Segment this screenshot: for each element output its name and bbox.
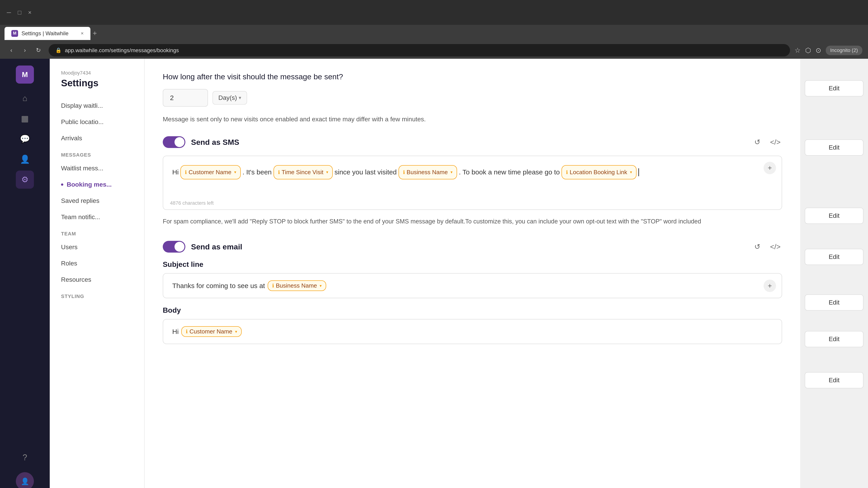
nav-label-users: Users bbox=[61, 243, 78, 251]
nav-controls: ‹ › ↻ bbox=[6, 45, 44, 56]
sms-actions: ↺ </> bbox=[750, 135, 782, 149]
org-avatar[interactable]: M bbox=[16, 66, 34, 84]
refresh-btn[interactable]: ↻ bbox=[33, 45, 44, 56]
chip-dropdown-icon: ▾ bbox=[234, 168, 236, 176]
main-content: How long after the visit should the mess… bbox=[145, 59, 800, 488]
var-chip-label-2: Time Since Visit bbox=[282, 167, 323, 177]
sms-code-btn[interactable]: </> bbox=[769, 135, 782, 149]
sms-reset-btn[interactable]: ↺ bbox=[750, 135, 764, 149]
sms-var-time-since[interactable]: ℹ Time Since Visit ▾ bbox=[274, 165, 333, 180]
subject-editor[interactable]: Thanks for coming to see us at ℹ Busines… bbox=[163, 273, 782, 298]
edit-btn-2[interactable]: Edit bbox=[805, 139, 864, 156]
sms-char-count: 4876 characters left bbox=[170, 200, 214, 206]
browser-tab[interactable]: M Settings | Waitwhile × bbox=[4, 27, 90, 40]
subject-add-var-btn[interactable]: + bbox=[764, 280, 776, 292]
close-window-btn[interactable]: × bbox=[28, 9, 31, 16]
settings-title: Settings bbox=[61, 78, 133, 89]
icon-sidebar: M ⌂ ▦ 💬 👤 ⚙ ? 👤 bbox=[0, 59, 50, 488]
chip-dropdown-icon-4: ▾ bbox=[630, 168, 632, 176]
maximize-btn[interactable]: □ bbox=[18, 9, 21, 16]
var-info-icon-6: ℹ bbox=[186, 329, 188, 335]
body-prefix: Hi bbox=[172, 328, 179, 335]
incognito-badge: Incognito (2) bbox=[826, 46, 862, 55]
nav-item-arrivals[interactable]: Arrivals bbox=[50, 130, 144, 147]
subject-prefix: Thanks for coming to see us at bbox=[172, 282, 265, 290]
nav-item-resources[interactable]: Resources bbox=[50, 271, 144, 288]
sms-var-booking-link[interactable]: ℹ Location Booking Link ▾ bbox=[561, 165, 636, 180]
org-name: Moodjoy7434 bbox=[61, 70, 133, 76]
var-info-icon-3: ℹ bbox=[403, 168, 405, 177]
sms-text-tobook: . To book a new time please go to bbox=[459, 166, 560, 178]
forward-btn[interactable]: › bbox=[19, 45, 31, 56]
nav-header: Moodjoy7434 Settings bbox=[50, 70, 144, 98]
edit-btn-3[interactable]: Edit bbox=[805, 207, 864, 224]
nav-item-users[interactable]: Users bbox=[50, 239, 144, 255]
var-chip-label-4: Location Booking Link bbox=[569, 167, 627, 177]
home-icon-btn[interactable]: ⌂ bbox=[16, 89, 34, 107]
nav-item-saved-replies[interactable]: Saved replies bbox=[50, 193, 144, 209]
email-section: Send as email ↺ </> Subject line Thanks … bbox=[163, 240, 782, 344]
spam-notice: For spam compliance, we'll add "Reply ST… bbox=[163, 217, 782, 226]
body-var-customer[interactable]: ℹ Customer Name ▾ bbox=[181, 326, 241, 337]
var-info-icon: ℹ bbox=[185, 168, 187, 177]
email-label: Send as email bbox=[191, 242, 242, 251]
calendar-icon-btn[interactable]: ▦ bbox=[16, 109, 34, 128]
subject-label: Subject line bbox=[163, 260, 782, 269]
edit-btn-1[interactable]: Edit bbox=[805, 80, 864, 96]
chip-dropdown-icon-2: ▾ bbox=[326, 168, 328, 176]
nav-item-booking-mess[interactable]: Booking mes... bbox=[50, 176, 144, 193]
back-btn[interactable]: ‹ bbox=[6, 45, 17, 56]
var-info-icon-5: ℹ bbox=[272, 283, 274, 289]
sms-add-var-btn[interactable]: + bbox=[764, 162, 776, 174]
team-icon-btn[interactable]: 👤 bbox=[16, 150, 34, 168]
sms-toggle[interactable] bbox=[163, 136, 185, 148]
sms-var-customer-name[interactable]: ℹ Customer Name ▾ bbox=[180, 165, 241, 180]
address-bar[interactable]: 🔒 app.waitwhile.com/settings/messages/bo… bbox=[49, 44, 790, 57]
edit-btn-5[interactable]: Edit bbox=[805, 294, 864, 311]
sms-header: Send as SMS ↺ </> bbox=[163, 135, 782, 149]
nav-item-team-notif[interactable]: Team notific... bbox=[50, 209, 144, 225]
edit-btn-6[interactable]: Edit bbox=[805, 331, 864, 347]
sms-label: Send as SMS bbox=[191, 138, 239, 147]
var-info-icon-4: ℹ bbox=[566, 168, 568, 177]
tab-bar: M Settings | Waitwhile × + bbox=[0, 25, 868, 42]
var-chip-label: Customer Name bbox=[188, 167, 231, 177]
nav-item-display-waitli[interactable]: Display waitli... bbox=[50, 98, 144, 114]
chevron-down-icon: ▾ bbox=[239, 95, 241, 101]
nav-sidebar: Moodjoy7434 Settings Display waitli... P… bbox=[50, 59, 145, 488]
nav-item-public-locatio[interactable]: Public locatio... bbox=[50, 114, 144, 130]
close-tab-btn[interactable]: × bbox=[81, 31, 84, 36]
nav-label-arrivals: Arrivals bbox=[61, 135, 82, 142]
email-reset-btn[interactable]: ↺ bbox=[750, 240, 764, 254]
nav-item-roles[interactable]: Roles bbox=[50, 255, 144, 271]
app-layout: M ⌂ ▦ 💬 👤 ⚙ ? 👤 Moodjoy7434 Settings Dis… bbox=[0, 59, 868, 488]
lock-icon: 🔒 bbox=[55, 47, 61, 53]
edit-btn-7[interactable]: Edit bbox=[805, 372, 864, 388]
time-inputs: 2 Day(s) ▾ bbox=[163, 89, 782, 107]
edit-btn-4[interactable]: Edit bbox=[805, 249, 864, 265]
bookmark-btn[interactable]: ☆ bbox=[795, 46, 801, 54]
settings-icon-btn[interactable]: ⚙ bbox=[16, 170, 34, 189]
sms-editor[interactable]: + Hi ℹ Customer Name ▾ . It's been ℹ Tim… bbox=[163, 156, 782, 210]
minimize-btn[interactable]: ─ bbox=[7, 9, 11, 16]
user-avatar[interactable]: 👤 bbox=[16, 472, 34, 488]
text-cursor bbox=[638, 168, 639, 176]
email-header: Send as email ↺ </> bbox=[163, 240, 782, 254]
nav-item-waitlist-mess[interactable]: Waitlist mess... bbox=[50, 160, 144, 176]
help-icon-btn[interactable]: ? bbox=[16, 449, 34, 466]
email-code-btn[interactable]: </> bbox=[769, 240, 782, 254]
subject-var-business[interactable]: ℹ Business Name ▾ bbox=[268, 281, 326, 291]
var-chip-label-6: Customer Name bbox=[189, 328, 232, 335]
sms-toggle-label: Send as SMS bbox=[163, 136, 239, 148]
sms-var-business-name[interactable]: ℹ Business Name ▾ bbox=[399, 165, 457, 180]
time-value-input[interactable]: 2 bbox=[163, 89, 208, 107]
extensions-btn[interactable]: ⬡ bbox=[805, 46, 811, 54]
new-tab-btn[interactable]: + bbox=[93, 29, 97, 37]
window-controls[interactable]: ─ □ × bbox=[7, 9, 31, 16]
chat-icon-btn[interactable]: 💬 bbox=[16, 130, 34, 148]
email-toggle[interactable] bbox=[163, 241, 185, 253]
time-unit-select[interactable]: Day(s) ▾ bbox=[213, 91, 247, 105]
chip-dropdown-icon-3: ▾ bbox=[451, 168, 453, 176]
body-editor[interactable]: Hi ℹ Customer Name ▾ bbox=[163, 319, 782, 344]
profile-btn[interactable]: ⊙ bbox=[815, 46, 821, 54]
